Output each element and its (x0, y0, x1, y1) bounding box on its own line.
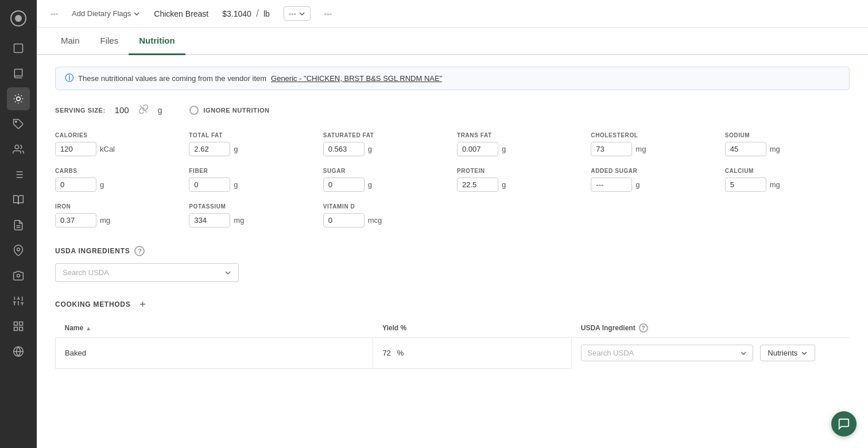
book2-icon[interactable] (7, 188, 30, 211)
nutrient-input-carbs[interactable] (55, 177, 96, 192)
tab-nutrition[interactable]: Nutrition (129, 28, 185, 55)
nutrient-input-trans-fat[interactable] (457, 142, 498, 156)
globe-icon[interactable] (7, 340, 30, 363)
svg-rect-25 (14, 322, 18, 326)
row-name: Baked (56, 338, 373, 369)
nutrient-input-protein[interactable] (457, 177, 498, 192)
nutrient-vitamin-d: VITAMIN D mcg (323, 203, 448, 227)
serving-size-row: SERVING SIZE: 100 g IGNORE NUTRITION (55, 104, 850, 116)
row-usda-placeholder: Search USDA (587, 349, 634, 357)
people-icon[interactable] (7, 138, 30, 161)
nutrient-potassium: POTASSIUM mg (189, 203, 313, 227)
nutrient-unit-potassium: mg (234, 216, 244, 225)
usda-col-help-icon[interactable]: ? (639, 323, 648, 333)
nutrient-input-fiber[interactable] (189, 177, 230, 192)
package-icon[interactable] (7, 37, 30, 60)
nutrient-input-potassium[interactable] (189, 213, 230, 227)
topbar-dashes1: --- (51, 9, 58, 18)
grid-icon[interactable] (7, 315, 30, 338)
nutrient-input-calories[interactable] (55, 142, 96, 156)
content-area: ⓘ These nutritional values are coming fr… (37, 55, 868, 448)
tab-files[interactable]: Files (90, 28, 129, 55)
ignore-nutrition-toggle[interactable]: IGNORE NUTRITION (189, 106, 269, 115)
ignore-radio[interactable] (189, 106, 199, 115)
chef-icon[interactable] (7, 87, 30, 110)
usda-help-icon[interactable]: ? (134, 246, 145, 256)
nutrient-input-added-sugar[interactable] (591, 177, 632, 192)
info-icon: ⓘ (65, 73, 73, 84)
report-icon[interactable] (7, 214, 30, 237)
sort-arrow-icon: ▲ (86, 325, 91, 331)
nutrient-calories: CALORIES kCal (55, 132, 180, 156)
usda-search-placeholder: Search USDA (63, 268, 109, 277)
nutrient-unit-added-sugar: g (636, 180, 640, 189)
price: $3.1040 / lb (222, 7, 270, 20)
col-header-yield[interactable]: Yield % (373, 319, 572, 338)
add-cooking-method-button[interactable]: + (136, 298, 149, 311)
tag-icon[interactable] (7, 113, 30, 136)
info-banner: ⓘ These nutritional values are coming fr… (55, 67, 850, 90)
nutrient-carbs: CARBS g (55, 168, 180, 192)
svg-rect-27 (14, 327, 18, 331)
nutrient-cholesterol: CHOLESTEROL mg (591, 132, 715, 156)
nutrient-unit-carbs: g (100, 180, 104, 189)
nutrient-input-sugar[interactable] (323, 177, 365, 192)
col-header-usda: USDA Ingredient ? (572, 319, 850, 338)
serving-label: SERVING SIZE: (55, 107, 106, 114)
location-icon[interactable] (7, 239, 30, 262)
nutrient-protein: PROTEIN g (457, 168, 582, 192)
nutrient-label-calories: CALORIES (55, 132, 180, 138)
sidebar (0, 0, 37, 448)
nutrient-label-protein: PROTEIN (457, 168, 582, 174)
nutrient-label-added-sugar: ADDED SUGAR (591, 168, 715, 174)
topbar: --- Add Dietary Flags Chicken Breast $3.… (37, 0, 868, 28)
svg-point-3 (17, 97, 21, 101)
nutrition-grid: CALORIES kCal TOTAL FAT g SATURATED FAT … (55, 132, 850, 227)
svg-point-5 (15, 145, 19, 149)
serving-unit: g (158, 106, 162, 115)
nutrient-input-sodium[interactable] (725, 142, 766, 156)
nutrient-input-saturated-fat[interactable] (323, 142, 365, 156)
cooking-methods-title: COOKING METHODS (55, 300, 130, 308)
tab-main[interactable]: Main (51, 28, 90, 55)
book-icon[interactable] (7, 62, 30, 85)
row-usda: Search USDA Nutrients (572, 338, 850, 368)
list-icon[interactable] (7, 163, 30, 186)
chat-fab-button[interactable] (831, 411, 857, 437)
nutrient-input-total-fat[interactable] (189, 142, 230, 156)
product-name: Chicken Breast (154, 9, 208, 18)
nutrient-input-calcium[interactable] (725, 177, 766, 192)
nutrient-label-calcium: CALCIUM (725, 168, 850, 174)
usda-search-dropdown[interactable]: Search USDA (55, 263, 239, 282)
topbar-dropdown[interactable]: --- (284, 6, 311, 21)
camera-icon[interactable] (7, 264, 30, 287)
nutrient-unit-total-fat: g (234, 145, 238, 153)
nutrients-button[interactable]: Nutrients (760, 345, 815, 361)
nutrient-unit-vitamin-d: mcg (368, 216, 382, 225)
main-content: --- Add Dietary Flags Chicken Breast $3.… (37, 0, 868, 448)
cooking-methods-header: COOKING METHODS + (55, 298, 850, 311)
nutrient-input-vitamin-d[interactable] (323, 213, 365, 227)
ignore-label: IGNORE NUTRITION (203, 107, 269, 114)
serving-value: 100 (115, 105, 129, 115)
info-text: These nutritional values are coming from… (78, 74, 266, 83)
nutrient-saturated-fat: SATURATED FAT g (323, 132, 448, 156)
row-usda-search[interactable]: Search USDA (581, 345, 753, 361)
nutrient-input-iron[interactable] (55, 213, 96, 227)
vendor-item-link[interactable]: Generic - "CHICKEN, BRST B&S SGL RNDM NA… (271, 74, 442, 83)
nutrient-input-cholesterol[interactable] (591, 142, 632, 156)
nutrient-total-fat: TOTAL FAT g (189, 132, 313, 156)
add-dietary-flags-button[interactable]: Add Dietary Flags (72, 9, 140, 18)
nutrient-unit-protein: g (502, 180, 506, 189)
nutrient-unit-saturated-fat: g (368, 145, 372, 153)
sliders-icon[interactable] (7, 289, 30, 312)
nutrient-label-fiber: FIBER (189, 168, 313, 174)
unlink-icon[interactable] (138, 104, 149, 116)
nutrient-unit-calories: kCal (100, 145, 115, 153)
nutrient-label-cholesterol: CHOLESTEROL (591, 132, 715, 138)
nutrient-unit-trans-fat: g (502, 145, 506, 153)
add-flags-label: Add Dietary Flags (72, 9, 131, 18)
sidebar-logo[interactable] (7, 7, 30, 30)
price-value: $3.1040 (222, 9, 251, 18)
col-header-name[interactable]: Name ▲ (56, 319, 373, 338)
